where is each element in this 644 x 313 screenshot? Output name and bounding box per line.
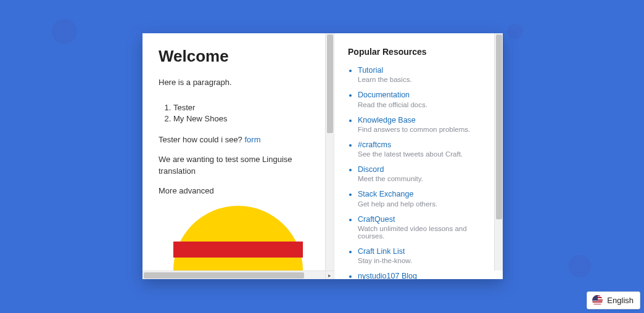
language-label: English	[607, 296, 634, 305]
question-text: Tester how could i see?	[159, 135, 244, 144]
scroll-thumb[interactable]	[496, 35, 502, 219]
resource-desc: Meet the community.	[358, 175, 492, 182]
page-title: Welcome	[159, 47, 318, 66]
resource-link[interactable]: Stack Exchange	[358, 189, 492, 199]
resource-link[interactable]: Documentation	[358, 90, 492, 100]
resource-item: DiscordMeet the community.	[358, 165, 492, 182]
resource-link[interactable]: #craftcms	[358, 140, 492, 150]
right-pane: Popular Resources TutorialLearn the basi…	[334, 33, 503, 279]
resource-desc: Get help and help others.	[358, 200, 492, 208]
resources-list: TutorialLearn the basics. DocumentationR…	[358, 65, 492, 279]
us-flag-icon	[592, 295, 603, 306]
resource-desc: Stay in-the-know.	[358, 257, 492, 264]
resource-item: CraftQuestWatch unlimited video lessons …	[358, 214, 492, 240]
resource-link[interactable]: Knowledge Base	[358, 115, 492, 125]
translation-paragraph: We are wanting to test some Linguise tra…	[159, 154, 318, 176]
form-link[interactable]: form	[244, 135, 260, 144]
resource-item: TutorialLearn the basics.	[358, 65, 492, 83]
left-vertical-scrollbar[interactable]	[325, 33, 334, 270]
right-content: Popular Resources TutorialLearn the basi…	[334, 33, 503, 279]
question-paragraph: Tester how could i see? form	[159, 134, 318, 145]
intro-paragraph: Here is a paragraph.	[159, 77, 318, 88]
resource-item: Craft Link ListStay in-the-know.	[358, 246, 492, 264]
left-content: Welcome Here is a paragraph. Tester My N…	[142, 33, 334, 197]
resource-link[interactable]: nystudio107 Blog	[358, 271, 492, 279]
left-horizontal-scrollbar[interactable]	[142, 270, 325, 279]
resource-item: DocumentationRead the official docs.	[358, 90, 492, 108]
scroll-thumb[interactable]	[144, 272, 304, 278]
right-vertical-scrollbar[interactable]	[494, 33, 503, 270]
resource-desc: Read the official docs.	[358, 101, 492, 108]
scroll-thumb[interactable]	[327, 35, 333, 133]
ordered-list: Tester My New Shoes	[173, 103, 318, 123]
left-pane: Welcome Here is a paragraph. Tester My N…	[142, 33, 334, 279]
resource-item: Knowledge BaseFind answers to common pro…	[358, 115, 492, 133]
resource-link[interactable]: Craft Link List	[358, 246, 492, 256]
content-window: Welcome Here is a paragraph. Tester My N…	[142, 33, 503, 279]
resource-desc: Find answers to common problems.	[358, 126, 492, 133]
resource-item: #craftcmsSee the latest tweets about Cra…	[358, 140, 492, 158]
resource-link[interactable]: Tutorial	[358, 65, 492, 75]
advanced-paragraph: More advanced	[159, 185, 318, 197]
resources-heading: Popular Resources	[348, 47, 492, 57]
resource-item: nystudio107 BlogLearn Craft and modern w…	[358, 271, 492, 279]
resource-link[interactable]: CraftQuest	[358, 214, 492, 224]
resource-desc: Watch unlimited video lessons and course…	[358, 225, 492, 240]
decorative-half-circle	[173, 206, 303, 270]
resource-item: Stack ExchangeGet help and help others.	[358, 189, 492, 207]
list-item: Tester	[173, 103, 318, 112]
list-item: My New Shoes	[173, 114, 318, 123]
resource-desc: See the latest tweets about Craft.	[358, 150, 492, 158]
scroll-right-arrow-icon[interactable]: ▸	[325, 270, 334, 279]
resource-desc: Learn the basics.	[358, 76, 492, 83]
language-switcher[interactable]: English	[587, 291, 640, 309]
resource-link[interactable]: Discord	[358, 165, 492, 174]
